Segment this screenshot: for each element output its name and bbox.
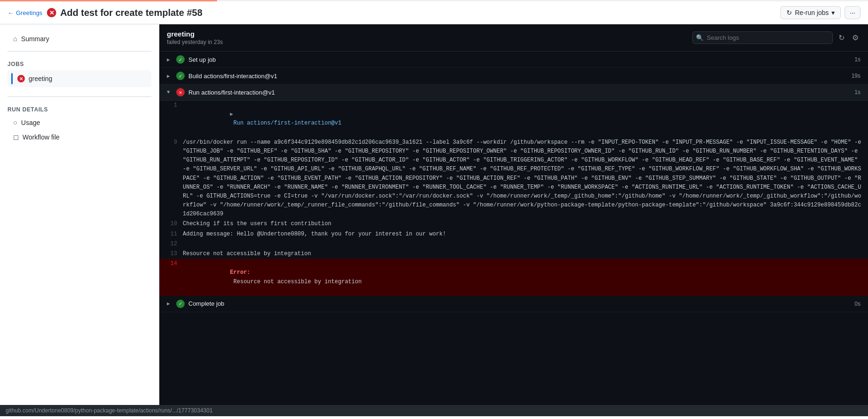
- page-title: ✕ Add test for create template #58: [47, 7, 202, 18]
- log-content: ▶ ✓ Set up job 1s ▶ ✓ Build actions/firs…: [159, 51, 868, 405]
- usage-label: Usage: [21, 119, 40, 126]
- search-wrapper: 🔍: [692, 31, 833, 44]
- step-complete-job[interactable]: ▶ ✓ Complete job 0s: [159, 296, 868, 312]
- log-header-right: 🔍 ↻ ⚙: [692, 31, 861, 44]
- home-icon: ⌂: [13, 35, 17, 43]
- line-num: 1: [159, 101, 183, 110]
- run-details-section: Run details ○ Usage ◻ Workflow file: [0, 103, 159, 149]
- step-label: Build actions/first-interaction@v1: [188, 73, 277, 80]
- step-run-actions-header[interactable]: ▼ ✕ Run actions/first-interaction@v1 1s: [159, 84, 868, 101]
- top-progress-bar: [0, 0, 868, 1]
- job-error-icon: ✕: [17, 75, 25, 82]
- log-header: greeting failed yesterday in 23s 🔍 ↻ ⚙: [159, 24, 868, 51]
- line-num: 13: [159, 250, 183, 258]
- run-details-label: Run details: [7, 106, 151, 113]
- step-duration: 1s: [854, 56, 861, 63]
- step-label: Complete job: [188, 300, 224, 307]
- step-duration: 1s: [854, 89, 861, 96]
- sidebar-divider-1: [7, 51, 151, 51]
- line-content: Adding message: Hello @Undertone0809, th…: [183, 230, 868, 239]
- back-arrow-icon: ←: [7, 9, 14, 16]
- line-num: 11: [159, 230, 183, 239]
- search-logs-input[interactable]: [692, 31, 833, 44]
- run-status-icon: ✕: [47, 8, 56, 17]
- log-line-13: 13 Resource not accessible by integratio…: [159, 249, 868, 259]
- step-chevron-icon: ▶: [167, 57, 172, 63]
- step-duration: 19s: [852, 73, 861, 79]
- rerun-jobs-button[interactable]: ↻ Re-run jobs ▾: [780, 6, 841, 19]
- workflow-file-label: Workflow file: [22, 133, 60, 141]
- sidebar: ⌂ Summary Jobs ✕ greeting Run details ○ …: [0, 24, 159, 405]
- step-success-icon: ✓: [176, 55, 185, 64]
- step-label: Run actions/first-interaction@v1: [188, 89, 275, 96]
- step-chevron-icon: ▶: [167, 73, 172, 79]
- sidebar-item-usage[interactable]: ○ Usage: [7, 116, 151, 129]
- line-content: /usr/bin/docker run --name a9c6f344c9129…: [183, 138, 868, 219]
- line-num: 9: [159, 138, 183, 147]
- settings-button[interactable]: ⚙: [850, 31, 861, 44]
- line-content: Resource not accessible by integration: [183, 250, 868, 258]
- line-content: Checking if its the users first contribu…: [183, 220, 868, 228]
- job-label: greeting: [29, 75, 52, 82]
- header-right: ↻ Re-run jobs ▾ ···: [780, 6, 861, 19]
- summary-label: Summary: [21, 35, 49, 43]
- rerun-label: Re-run jobs: [795, 9, 829, 16]
- job-active-bar: [11, 73, 13, 84]
- log-panel: greeting failed yesterday in 23s 🔍 ↻ ⚙ ▶: [159, 24, 868, 405]
- rerun-icon: ↻: [786, 9, 792, 16]
- log-line-10: 10 Checking if its the users first contr…: [159, 219, 868, 229]
- line-content: Error: Resource not accessible by integr…: [183, 259, 868, 295]
- gear-icon: ⚙: [852, 33, 859, 42]
- file-icon: ◻: [13, 133, 19, 141]
- log-line-14: 14 Error: Resource not accessible by int…: [159, 259, 868, 296]
- log-title-block: greeting failed yesterday in 23s: [167, 30, 223, 45]
- more-options-icon: ···: [850, 9, 855, 16]
- step-label: Set up job: [188, 56, 216, 63]
- step-set-up-job[interactable]: ▶ ✓ Set up job 1s: [159, 51, 868, 68]
- sidebar-item-summary[interactable]: ⌂ Summary: [7, 32, 151, 45]
- progress-fill: [0, 0, 217, 1]
- log-line-1: 1 ▶ Run actions/first-interaction@v1: [159, 101, 868, 138]
- log-line-9: 9 /usr/bin/docker run --name a9c6f344c91…: [159, 138, 868, 220]
- step-chevron-icon: ▶: [167, 301, 172, 307]
- status-url: github.com/Undertone0809/python-package-…: [6, 407, 213, 414]
- refresh-log-button[interactable]: ↻: [837, 31, 846, 44]
- step-error-icon: ✕: [176, 88, 185, 96]
- step-build-actions[interactable]: ▶ ✓ Build actions/first-interaction@v1 1…: [159, 68, 868, 84]
- jobs-section: Jobs ✕ greeting: [0, 57, 159, 91]
- main-layout: ⌂ Summary Jobs ✕ greeting Run details ○ …: [0, 24, 868, 405]
- step-run-actions-expanded: ▼ ✕ Run actions/first-interaction@v1 1s …: [159, 84, 868, 296]
- run-title: Add test for create template #58: [60, 7, 202, 18]
- step-success-icon: ✓: [176, 72, 185, 80]
- log-title: greeting: [167, 30, 223, 38]
- step-expand-chevron-icon: ▼: [167, 89, 172, 95]
- sidebar-item-workflow-file[interactable]: ◻ Workflow file: [7, 130, 151, 144]
- line-num: 10: [159, 220, 183, 228]
- sidebar-summary-section: ⌂ Summary: [0, 32, 159, 45]
- rerun-chevron-icon: ▾: [831, 9, 835, 16]
- log-line-12: 12: [159, 239, 868, 249]
- step-success-icon: ✓: [176, 300, 185, 308]
- log-line-11: 11 Adding message: Hello @Undertone0809,…: [159, 229, 868, 239]
- status-bar: github.com/Undertone0809/python-package-…: [0, 405, 868, 416]
- back-label: Greetings: [16, 9, 42, 16]
- page-header: ← Greetings ✕ Add test for create templa…: [0, 1, 868, 24]
- more-options-button[interactable]: ···: [845, 6, 861, 19]
- sidebar-item-greeting[interactable]: ✕ greeting: [7, 70, 151, 87]
- line-num: 12: [159, 240, 183, 249]
- back-link[interactable]: ← Greetings: [7, 9, 42, 16]
- sidebar-divider-2: [7, 96, 151, 97]
- log-lines: 1 ▶ Run actions/first-interaction@v1 9 /…: [159, 101, 868, 296]
- line-content: ▶ Run actions/first-interaction@v1: [183, 101, 868, 137]
- jobs-label: Jobs: [7, 61, 151, 67]
- step-duration: 0s: [854, 301, 861, 307]
- line-num: 14: [159, 259, 183, 268]
- line-content: [183, 240, 868, 249]
- refresh-icon: ↻: [838, 33, 845, 42]
- header-left: ← Greetings ✕ Add test for create templa…: [7, 7, 202, 18]
- clock-icon: ○: [13, 118, 17, 126]
- log-subtitle: failed yesterday in 23s: [167, 39, 223, 45]
